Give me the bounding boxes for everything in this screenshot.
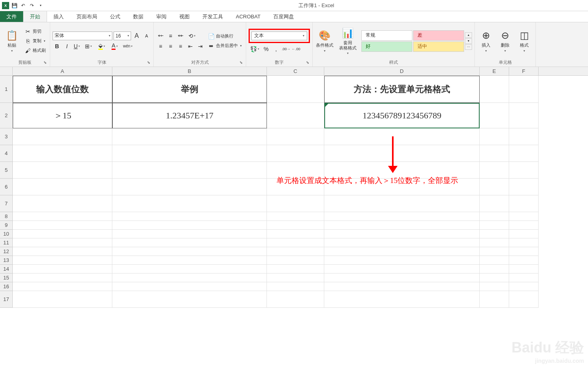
cell-E5[interactable] [480, 162, 509, 179]
cell-A8[interactable] [13, 212, 112, 221]
cell-C8[interactable] [267, 212, 324, 221]
cell-A11[interactable] [13, 238, 112, 247]
cell-D3[interactable] [324, 128, 480, 145]
cell-D7[interactable] [324, 195, 480, 212]
cell-D2[interactable]: 123456789123456789 [324, 103, 480, 128]
col-header-E[interactable]: E [480, 67, 509, 75]
cell-E4[interactable] [480, 145, 509, 162]
italic-button[interactable]: I [63, 42, 71, 51]
row-header-10[interactable]: 10 [0, 230, 13, 238]
decrease-decimal-icon[interactable]: ←.00 [292, 45, 300, 53]
cell-D16[interactable] [324, 282, 480, 291]
format-painter-button[interactable]: 🖌格式刷 [23, 46, 47, 55]
font-color-button[interactable]: A▾ [109, 42, 121, 51]
align-left-icon[interactable]: ≡ [156, 42, 165, 51]
delete-cells-button[interactable]: ⊖ 删除 ▾ [496, 25, 514, 57]
cell-C6[interactable] [267, 179, 324, 195]
table-format-button[interactable]: 📊 套用 表格格式 ▾ [336, 25, 360, 57]
tab-file[interactable]: 文件 [0, 11, 23, 22]
cell-A5[interactable] [13, 162, 112, 179]
row-header-1[interactable]: 1 [0, 76, 13, 103]
cell-B7[interactable] [112, 195, 267, 212]
cell-B17[interactable] [112, 291, 267, 308]
cell-B12[interactable] [112, 247, 267, 256]
cell-E14[interactable] [480, 265, 509, 274]
cell-B6[interactable] [112, 179, 267, 195]
insert-cells-button[interactable]: ⊕ 插入 ▾ [477, 25, 495, 57]
comma-format-icon[interactable]: , [272, 45, 280, 53]
cell-A2[interactable]: ＞15 [13, 103, 112, 128]
cell-D15[interactable] [324, 274, 480, 282]
conditional-format-button[interactable]: 🎨 条件格式 ▾ [315, 25, 334, 57]
cell-C9[interactable] [267, 221, 324, 230]
row-header-13[interactable]: 13 [0, 256, 13, 265]
cut-button[interactable]: ✂剪切 [23, 27, 47, 36]
style-normal[interactable]: 常规 [361, 30, 412, 41]
cell-E13[interactable] [480, 256, 509, 265]
redo-icon[interactable]: ↷ [28, 2, 36, 10]
cell-A3[interactable] [13, 128, 112, 145]
border-button[interactable]: ⊞▾ [82, 42, 94, 51]
fill-color-button[interactable]: ⬙▾ [96, 42, 108, 51]
align-middle-icon[interactable]: ≡ [166, 31, 175, 40]
cell-F5[interactable] [509, 162, 539, 179]
cell-A9[interactable] [13, 221, 112, 230]
cell-E8[interactable] [480, 212, 509, 221]
cell-A17[interactable] [13, 291, 112, 308]
cell-C10[interactable] [267, 230, 324, 238]
cell-B9[interactable] [112, 221, 267, 230]
row-header-9[interactable]: 9 [0, 221, 13, 230]
cell-A12[interactable] [13, 247, 112, 256]
cell-C15[interactable] [267, 274, 324, 282]
cell-B14[interactable] [112, 265, 267, 274]
cell-C5[interactable] [267, 162, 324, 179]
align-bottom-icon[interactable]: ⬵ [176, 31, 185, 40]
col-header-B[interactable]: B [112, 67, 267, 75]
underline-button[interactable]: U▾ [73, 42, 81, 51]
cell-F3[interactable] [509, 128, 539, 145]
align-right-icon[interactable]: ≡ [176, 42, 185, 51]
cell-E17[interactable] [480, 291, 509, 308]
tab-acrobat[interactable]: ACROBAT [229, 11, 267, 22]
cell-D13[interactable] [324, 256, 480, 265]
cell-C7[interactable] [267, 195, 324, 212]
increase-indent-icon[interactable]: ⇥ [196, 42, 205, 51]
cell-F10[interactable] [509, 230, 539, 238]
cell-E1[interactable] [480, 76, 509, 103]
paste-button[interactable]: 📋 粘贴 ▾ [2, 25, 22, 57]
tab-view[interactable]: 视图 [173, 11, 196, 22]
cell-D11[interactable] [324, 238, 480, 247]
qat-customize-icon[interactable]: ▾ [37, 2, 45, 10]
cell-C2[interactable] [267, 103, 324, 128]
cell-D12[interactable] [324, 247, 480, 256]
cell-B13[interactable] [112, 256, 267, 265]
wrap-text-button[interactable]: 📄自动换行 [206, 32, 243, 41]
cell-C16[interactable] [267, 282, 324, 291]
align-top-icon[interactable]: ⬴ [156, 31, 165, 40]
cell-F13[interactable] [509, 256, 539, 265]
tab-baidu[interactable]: 百度网盘 [267, 11, 300, 22]
cell-B1[interactable]: 举例 [112, 76, 267, 103]
decrease-indent-icon[interactable]: ⇤ [186, 42, 195, 51]
cell-A6[interactable] [13, 179, 112, 195]
row-header-11[interactable]: 11 [0, 238, 13, 247]
tab-formulas[interactable]: 公式 [104, 11, 127, 22]
row-header-8[interactable]: 8 [0, 212, 13, 221]
styles-more-icon[interactable]: ⋯ [465, 44, 472, 50]
copy-button[interactable]: ⎘复制▾ [23, 37, 47, 45]
orientation-icon[interactable]: ⟲▾ [186, 31, 198, 40]
cell-B2[interactable]: 1.23457E+17 [112, 103, 267, 128]
col-header-A[interactable]: A [13, 67, 112, 75]
increase-decimal-icon[interactable]: .00→ [282, 45, 290, 53]
cell-E12[interactable] [480, 247, 509, 256]
cell-A13[interactable] [13, 256, 112, 265]
cell-D8[interactable] [324, 212, 480, 221]
cell-E15[interactable] [480, 274, 509, 282]
merge-center-button[interactable]: ⬌合并后居中▾ [206, 41, 243, 50]
cell-F17[interactable] [509, 291, 539, 308]
tab-page-layout[interactable]: 页面布局 [70, 11, 104, 22]
increase-font-icon[interactable]: A [132, 31, 141, 40]
cell-F6[interactable] [509, 179, 539, 195]
col-header-F[interactable]: F [509, 67, 539, 75]
cell-E2[interactable] [480, 103, 509, 128]
